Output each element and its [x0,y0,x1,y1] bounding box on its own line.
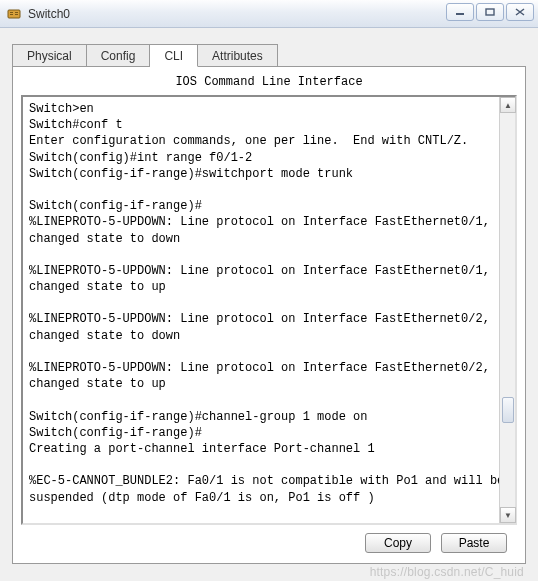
titlebar: Switch0 [0,0,538,28]
tab-physical[interactable]: Physical [12,44,87,67]
button-row: Copy Paste [365,533,507,553]
scroll-thumb[interactable] [502,397,514,423]
console-wrap: Switch>en Switch#conf t Enter configurat… [21,95,517,525]
body-area: Physical Config CLI Attributes IOS Comma… [0,28,538,576]
svg-rect-3 [15,12,18,13]
close-button[interactable] [506,3,534,21]
tab-cli[interactable]: CLI [150,44,198,67]
scroll-down-button[interactable]: ▼ [500,507,516,523]
svg-rect-6 [486,9,494,15]
scroll-up-button[interactable]: ▲ [500,97,516,113]
tab-attributes[interactable]: Attributes [198,44,278,67]
vertical-scrollbar[interactable]: ▲ ▼ [499,97,515,523]
copy-button[interactable]: Copy [365,533,431,553]
maximize-button[interactable] [476,3,504,21]
cli-console[interactable]: Switch>en Switch#conf t Enter configurat… [23,97,515,523]
tabstrip: Physical Config CLI Attributes [12,44,526,67]
cli-panel: IOS Command Line Interface Switch>en Swi… [12,66,526,564]
svg-rect-0 [8,10,20,18]
window-title: Switch0 [28,7,70,21]
panel-title: IOS Command Line Interface [21,73,517,95]
svg-rect-1 [10,12,13,13]
tab-config[interactable]: Config [87,44,151,67]
svg-rect-4 [15,14,18,15]
paste-button[interactable]: Paste [441,533,507,553]
minimize-button[interactable] [446,3,474,21]
svg-rect-5 [456,13,464,15]
svg-rect-2 [10,14,13,15]
window-controls [446,3,534,21]
app-icon [6,6,22,22]
